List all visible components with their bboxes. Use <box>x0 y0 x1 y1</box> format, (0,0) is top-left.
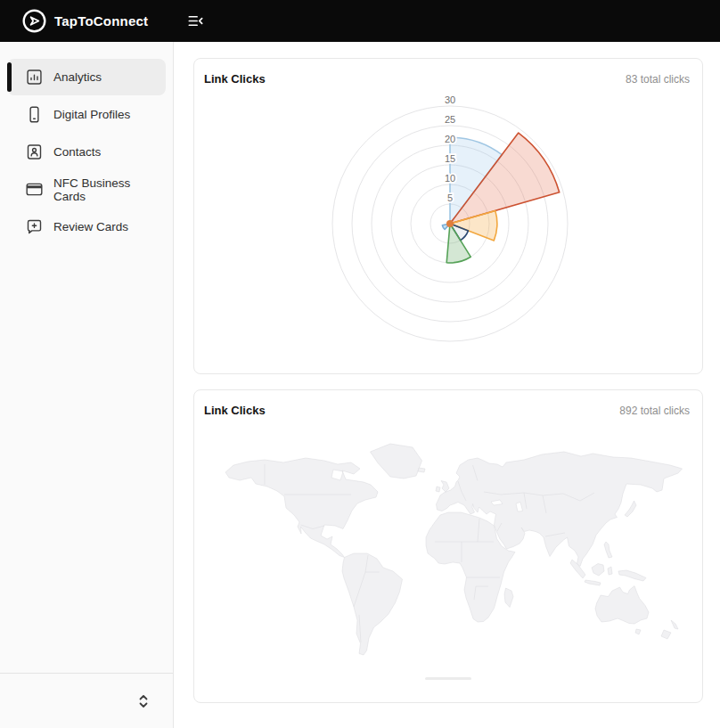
island-madagascar[interactable] <box>504 588 513 608</box>
contact-card-icon <box>25 143 44 161</box>
island-new-zealand[interactable] <box>661 620 678 639</box>
radial-tick-label: 5 <box>447 192 453 203</box>
topbar: TapToConnect <box>0 0 720 42</box>
landmass-north-america[interactable] <box>225 458 378 558</box>
polar-area-chart[interactable]: 51015202530 <box>194 86 702 362</box>
sidebar-item-contacts[interactable]: Contacts <box>7 134 166 170</box>
sidebar-item-digital-profiles[interactable]: Digital Profiles <box>7 96 166 133</box>
island-new-guinea[interactable] <box>618 570 646 581</box>
sidebar-item-label: Review Cards <box>53 220 128 233</box>
sidebar-item-review-cards[interactable]: Review Cards <box>7 209 166 245</box>
radial-tick-label: 30 <box>445 94 455 105</box>
sidebar-item-analytics[interactable]: Analytics <box>7 59 166 95</box>
island-java[interactable] <box>585 580 601 585</box>
world-map[interactable] <box>212 438 684 661</box>
bar-chart-icon <box>25 68 44 86</box>
sidebar-item-label: NFC Business Cards <box>53 176 166 203</box>
link-clicks-map-card: Link Clicks 892 total clicks <box>193 389 703 703</box>
island-tasmania[interactable] <box>635 629 641 634</box>
island-great-britain[interactable] <box>441 481 449 493</box>
sidebar-footer <box>0 673 173 728</box>
brand-logo-link[interactable]: TapToConnect <box>22 9 148 33</box>
main-content: Link Clicks 83 total clicks 51015202530 … <box>175 42 720 728</box>
total-clicks-badge: 83 total clicks <box>626 73 690 86</box>
review-card-icon <box>25 217 44 236</box>
map-attribution-bar <box>425 677 471 680</box>
brand-name: TapToConnect <box>54 13 148 29</box>
island-borneo[interactable] <box>592 564 604 577</box>
island-philippines[interactable] <box>604 542 612 558</box>
landmass-south-america[interactable] <box>342 553 403 655</box>
landmass-greenland[interactable] <box>371 444 422 479</box>
sidebar-item-label: Contacts <box>53 145 101 159</box>
radial-tick-label: 15 <box>445 153 455 164</box>
taptoconnect-arrow-logo <box>22 9 46 33</box>
sidebar-item-nfc-business-cards[interactable]: NFC Business Cards <box>7 171 166 208</box>
world-map-container <box>212 438 684 680</box>
link-clicks-polar-card: Link Clicks 83 total clicks 51015202530 <box>193 58 703 374</box>
island-ireland[interactable] <box>436 487 440 492</box>
radial-tick-label: 10 <box>445 173 455 184</box>
radial-tick-label: 20 <box>445 134 455 144</box>
smartphone-icon <box>25 105 44 124</box>
credit-card-icon <box>25 180 44 199</box>
radial-tick-label: 25 <box>445 114 455 125</box>
sidebar-item-label: Analytics <box>53 70 102 84</box>
island-japan[interactable] <box>625 501 636 517</box>
sidebar-item-label: Digital Profiles <box>53 108 130 121</box>
sidebar: Analytics Digital Profiles Contacts <box>0 42 174 728</box>
card-header: Link Clicks 892 total clicks <box>194 390 702 417</box>
up-down-chevron-icon <box>137 693 150 709</box>
polar-center-dot <box>446 220 454 227</box>
card-title: Link Clicks <box>204 404 266 417</box>
landmass-australia[interactable] <box>595 586 649 625</box>
sidebar-collapse-icon <box>187 12 204 29</box>
sidebar-nav: Analytics Digital Profiles Contacts <box>0 42 173 245</box>
sidebar-expand-collapse-button[interactable] <box>134 690 153 713</box>
island-sulawesi[interactable] <box>608 567 612 575</box>
island-iceland[interactable] <box>418 468 425 472</box>
sidebar-collapse-button[interactable] <box>184 9 208 33</box>
total-clicks-badge: 892 total clicks <box>619 405 690 417</box>
card-title: Link Clicks <box>204 72 266 86</box>
card-header: Link Clicks 83 total clicks <box>194 59 702 86</box>
